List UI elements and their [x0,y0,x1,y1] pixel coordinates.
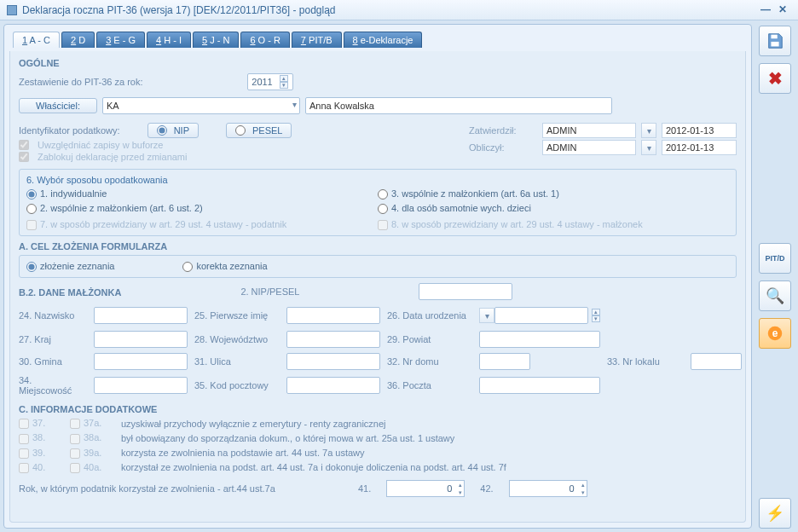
opt-single-parent[interactable]: 4. dla osób samotnie wych. dzieci [378,203,729,214]
cancel-button[interactable]: ✖ [759,63,791,94]
f24-input[interactable] [94,307,188,324]
e-icon: e [766,324,784,343]
close-icon: ✖ [768,68,783,89]
f29-label: 29. Powiat [387,334,472,344]
year-label: Zestawienie do PIT-36 za rok: [19,77,143,87]
opt-spouse-6[interactable]: 2. wspólnie z małżonkiem (art. 6 ust. 2) [26,203,378,214]
pitd-button[interactable]: PIT/D [759,243,791,274]
tab-3[interactable]: 3 E - G [96,32,145,48]
f33-label: 33. Nr lokalu [607,356,684,367]
f35-input[interactable] [286,377,380,394]
f42-input[interactable]: 0 [509,480,587,497]
f41-input[interactable]: 0 [386,480,465,497]
f31-label: 31. Ulica [194,356,280,367]
section-b2-header: B.2. DANE MAŁŻONKA [19,287,121,298]
section-taxation: 6. Wybór sposobu opodatkowania 1. indywi… [19,169,737,236]
f24-label: 24. Nazwisko [19,310,87,321]
f30-input[interactable] [94,353,188,370]
f25-label: 25. Pierwsze imię [194,310,280,321]
approved-by-user: ADMIN [542,123,636,138]
search-button[interactable]: 🔍 [759,280,791,311]
owner-code-combo[interactable]: KA [102,97,300,114]
f34-input[interactable] [94,377,188,394]
ident-nip-option[interactable]: NIP [147,123,199,138]
f27-input[interactable] [94,331,188,348]
year-spinner[interactable]: 2011 ▴▾ [247,73,293,90]
f28-label: 28. Województwo [194,334,280,344]
chk-art29-spouse: 8. w sposób przewidziany w art. 29 ust. … [378,219,729,230]
c38a: 38a. [70,432,121,443]
c38: 38. [19,432,70,443]
section-taxation-title: 6. Wybór sposobu opodatkowania [26,175,729,185]
title-bar: Deklaracja roczna PIT-36 (wersja 17) [DE… [0,0,798,20]
c40: 40. [19,462,70,473]
f35-label: 35. Kod pocztowy [194,380,280,390]
svg-rect-0 [771,35,777,39]
lightning-icon: ⚡ [766,504,784,523]
app-icon [7,5,17,15]
f30-label: 30. Gmina [19,356,87,367]
c37a: 37a. [70,418,121,429]
f27-label: 27. Kraj [19,334,87,344]
ident-pesel-option[interactable]: PESEL [226,123,292,138]
section-c-header: C. INFORMACJE DODATKOWE [19,404,737,414]
c39a: 39a. [70,448,121,459]
opt-individually[interactable]: 1. indywidualnie [26,188,378,200]
tab-5[interactable]: 5 J - N [193,32,239,48]
f34-label: 34. Miejscowość [19,375,87,396]
section-a-header: A. CEL ZŁOŻENIA FORMULARZA [19,241,737,252]
pitd-label: PIT/D [765,254,784,263]
f26-dropdown[interactable]: ▾ [479,308,494,323]
f32-input[interactable] [479,353,530,370]
svg-rect-1 [771,42,778,46]
f26-input[interactable] [494,307,588,324]
approved-by-dropdown[interactable]: ▾ [641,123,656,138]
svg-text:e: e [772,327,778,339]
ident-label: Identyfikator podatkowy: [19,125,120,136]
calc-by-label: Obliczył: [469,142,537,153]
f32-label: 32. Nr domu [387,356,472,367]
calc-by-dropdown[interactable]: ▾ [641,140,656,155]
owner-name-input[interactable] [305,97,612,114]
c37: 37. [19,418,70,429]
calc-date: 2012-01-13 [662,140,737,155]
lightning-button[interactable]: ⚡ [759,498,791,529]
tab-7[interactable]: 7 PIT/B [292,32,342,48]
tab-1[interactable]: 1 A - C [13,32,60,48]
tab-4[interactable]: 4 H - I [147,32,191,48]
f36-input[interactable] [479,377,600,394]
owner-button[interactable]: Właściciel: [19,98,97,113]
approved-by-label: Zatwierdził: [469,125,537,136]
close-button[interactable]: ✕ [774,3,791,17]
tab-8[interactable]: 8 e-Deklaracje [344,32,423,48]
opt-spouse-6a[interactable]: 3. wspólnie z małżonkiem (art. 6a ust. 1… [378,188,729,200]
f36-label: 36. Poczta [387,380,472,390]
f25-input[interactable] [286,307,380,324]
minimize-button[interactable]: — [757,3,774,17]
opt-submit[interactable]: złożenie zeznania [26,261,114,272]
chk-lock [19,152,29,162]
c39-text: korzysta ze zwolnienia na podstawie art.… [121,448,737,458]
section-general-header: OGÓLNE [19,58,737,68]
tab-2[interactable]: 2 D [61,32,95,48]
window-title: Deklaracja roczna PIT-36 (wersja 17) [DE… [22,4,336,16]
opt-correction[interactable]: korekta zeznania [182,261,267,272]
f2-input[interactable] [419,283,512,300]
f28-input[interactable] [286,331,380,348]
save-button[interactable] [759,26,791,56]
c40a: 40a. [70,462,121,473]
f31-input[interactable] [286,353,380,370]
c37-text: uzyskiwał przychody wyłącznie z emerytur… [121,419,737,429]
f33-input[interactable] [691,353,742,370]
tab-6[interactable]: 6 O - R [240,32,289,48]
tab-bar: 1 A - C 2 D 3 E - G 4 H - I 5 J - N 6 O … [13,32,743,48]
f2-label: 2. NIP/PESEL [240,286,299,297]
c38-text: był obowiązany do sporządzania dokum., o… [121,433,737,443]
magnifier-icon: 🔍 [766,286,784,305]
edeklaracje-button[interactable]: e [759,318,791,349]
f42-label: 42. [480,483,493,494]
chk-buffer [19,140,29,150]
calc-by-user: ADMIN [542,140,636,155]
c39: 39. [19,448,70,459]
f29-input[interactable] [479,331,600,348]
